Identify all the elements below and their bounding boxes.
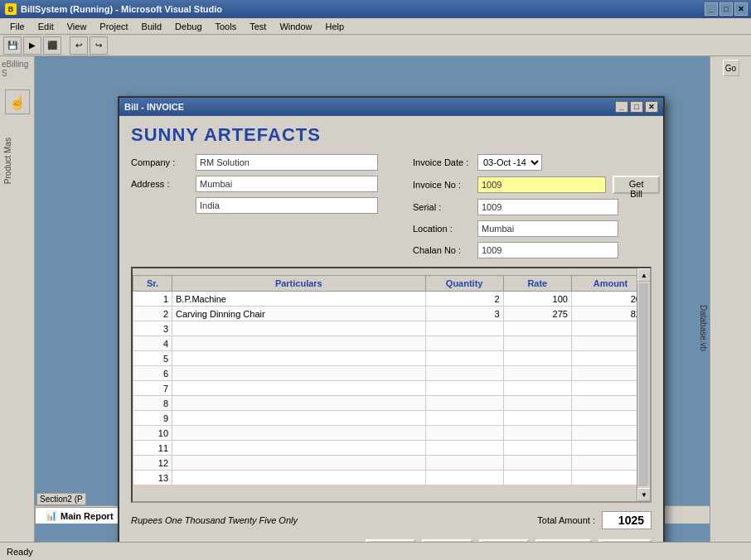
col-header-sr: Sr. — [133, 276, 172, 292]
table-row[interactable]: 4 — [133, 336, 650, 351]
menu-project[interactable]: Project — [93, 20, 134, 33]
new-button[interactable]: New — [366, 539, 415, 542]
right-btn-go[interactable]: Go — [723, 60, 739, 76]
table-row[interactable]: 3 — [133, 321, 650, 336]
cell-quantity — [425, 471, 503, 485]
cell-quantity — [425, 411, 503, 426]
menu-window[interactable]: Window — [273, 20, 318, 33]
cell-particulars — [172, 321, 426, 336]
location-row: Location : — [413, 220, 660, 237]
menu-file[interactable]: File — [3, 20, 31, 33]
restore-button[interactable]: □ — [720, 2, 733, 16]
menu-build[interactable]: Build — [135, 20, 168, 33]
toolbar-btn-2[interactable]: ▶ — [23, 36, 41, 55]
scroll-up[interactable]: ▲ — [637, 268, 651, 282]
table-row[interactable]: 5 — [133, 351, 650, 366]
close-button[interactable]: Close — [598, 539, 652, 542]
print-button[interactable]: Print — [479, 539, 529, 542]
menu-view[interactable]: View — [61, 20, 94, 33]
cell-particulars — [172, 426, 426, 441]
table-row[interactable]: 6 — [133, 366, 650, 381]
cell-particulars — [172, 471, 426, 485]
cell-particulars — [172, 456, 426, 471]
location-label: Location : — [413, 224, 471, 234]
right-buttons: Go — [710, 56, 751, 80]
table-row[interactable]: 7 — [133, 381, 650, 396]
dialog-minimize[interactable]: _ — [615, 101, 628, 113]
col-header-particulars: Particulars — [172, 276, 426, 292]
table-scrollbar[interactable]: ▲ ▼ — [637, 268, 650, 501]
cell-quantity — [425, 381, 503, 396]
cell-sr: 12 — [133, 456, 172, 471]
cell-sr: 2 — [133, 307, 172, 321]
ide-area: eBilling S ☝ Product Mas Bill - INVOICE … — [0, 56, 751, 542]
cell-sr: 8 — [133, 396, 172, 411]
dialog-close[interactable]: ✕ — [645, 101, 658, 113]
invoice-date-select[interactable]: 03-Oct -14 — [477, 154, 542, 171]
toolbar: 💾 ▶ ⬛ ↩ ↪ — [0, 35, 751, 56]
save-button[interactable]: Save — [422, 539, 472, 542]
titlebar-controls[interactable]: _ □ ✕ — [705, 2, 748, 16]
menu-debug[interactable]: Debug — [168, 20, 208, 33]
table-row[interactable]: 13 — [133, 471, 650, 485]
table-row[interactable]: 11 — [133, 441, 650, 456]
cell-sr: 6 — [133, 366, 172, 381]
invoice-no-input[interactable] — [477, 176, 606, 193]
table-row[interactable]: 9 — [133, 411, 650, 426]
serial-input[interactable] — [477, 199, 618, 215]
menu-edit[interactable]: Edit — [31, 20, 61, 33]
scroll-thumb[interactable] — [639, 283, 648, 486]
company-name: SUNNY ARTEFACTS — [131, 124, 652, 146]
cell-rate — [503, 396, 571, 411]
table-row[interactable]: 1 B.P.Machine 2 100 200 — [133, 292, 650, 307]
cell-quantity: 3 — [425, 307, 503, 321]
form-left-col: Company : Address : — [131, 154, 396, 263]
toolbar-btn-5[interactable]: ↪ — [90, 36, 108, 55]
dialog-controls[interactable]: _ □ ✕ — [615, 101, 658, 113]
cell-sr: 13 — [133, 471, 172, 485]
cell-rate — [503, 351, 571, 366]
product-master-label: Product Mas — [0, 134, 16, 187]
address-input2[interactable] — [196, 197, 378, 214]
toolbar-btn-3[interactable]: ⬛ — [43, 36, 61, 55]
close-app-button[interactable]: ✕ — [734, 2, 748, 16]
chalan-input[interactable] — [477, 242, 618, 258]
cell-rate — [503, 321, 571, 336]
col-header-quantity: Quantity — [425, 276, 503, 292]
delete-button[interactable]: Delete — [535, 539, 592, 542]
toolbar-btn-1[interactable]: 💾 — [3, 36, 22, 55]
get-bill-button[interactable]: Get Bill — [613, 176, 659, 194]
company-input[interactable] — [196, 154, 378, 171]
serial-label: Serial : — [413, 202, 471, 212]
cell-particulars — [172, 396, 426, 411]
menu-help[interactable]: Help — [319, 20, 351, 33]
location-input[interactable] — [477, 220, 618, 237]
bill-invoice-dialog: Bill - INVOICE _ □ ✕ SUNNY ARTEFACTS Com… — [118, 96, 665, 542]
main-report-tab[interactable]: 📊 Main Report — [35, 507, 124, 524]
dialog-title: Bill - INVOICE — [124, 102, 184, 112]
menu-test[interactable]: Test — [243, 20, 273, 33]
menu-tools[interactable]: Tools — [209, 20, 244, 33]
chalan-label: Chalan No : — [413, 245, 471, 255]
scroll-down[interactable]: ▼ — [637, 488, 651, 501]
address-input1[interactable] — [196, 176, 378, 192]
table-row[interactable]: 2 Carving Dinning Chair 3 275 825 — [133, 307, 650, 321]
cell-rate — [503, 426, 571, 441]
table-row[interactable]: 10 — [133, 426, 650, 441]
company-label: Company : — [131, 157, 189, 167]
cell-sr: 7 — [133, 381, 172, 396]
cell-particulars: B.P.Machine — [172, 292, 426, 307]
invoice-date-label: Invoice Date : — [413, 157, 471, 167]
table-scroll-area[interactable]: Sr. Particulars Quantity Rate Amount 1 B… — [133, 268, 650, 501]
minimize-button[interactable]: _ — [705, 2, 718, 16]
dialog-titlebar: Bill - INVOICE _ □ ✕ — [119, 98, 663, 116]
cell-quantity — [425, 336, 503, 351]
toolbar-btn-4[interactable]: ↩ — [70, 36, 88, 55]
table-row[interactable]: 12 — [133, 456, 650, 471]
cell-rate — [503, 471, 571, 485]
col-header-rate: Rate — [503, 276, 571, 292]
statusbar: Ready — [0, 542, 751, 560]
table-row[interactable]: 8 — [133, 396, 650, 411]
report-icon: 📊 — [46, 510, 57, 521]
dialog-maximize[interactable]: □ — [630, 101, 643, 113]
